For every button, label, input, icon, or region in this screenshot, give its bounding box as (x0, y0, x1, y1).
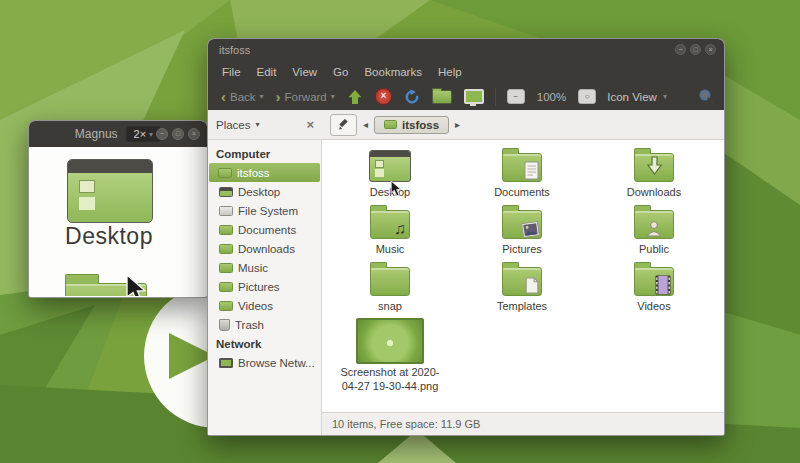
status-bar: 10 items, Free space: 11.9 GB (322, 412, 724, 435)
music-folder-icon: ♫ (370, 210, 410, 239)
close-sidebar-icon[interactable]: × (306, 117, 314, 132)
magnus-title: Magnus (75, 127, 118, 141)
template-icon (525, 277, 539, 294)
folder-icon (384, 120, 397, 129)
menu-edit[interactable]: Edit (249, 66, 285, 78)
menubar: File Edit View Go Bookmarks Help (208, 60, 724, 83)
magnus-zoom-value: 2× (134, 128, 147, 140)
stop-button[interactable]: × (370, 88, 397, 105)
magnus-titlebar[interactable]: Magnus 2× ▾ − □ × (29, 121, 207, 147)
file-item-pictures[interactable]: Pictures (456, 204, 588, 261)
sidebar-item-trash[interactable]: Trash (210, 315, 319, 334)
chevron-left-icon: ‹ (221, 89, 226, 104)
menu-bookmarks[interactable]: Bookmarks (356, 66, 430, 78)
desktop-icon (219, 187, 233, 197)
download-arrow-icon (646, 156, 663, 176)
maximize-button[interactable]: □ (172, 128, 184, 140)
zoom-out-button[interactable]: − (502, 89, 530, 104)
titlebar[interactable]: itsfoss − □ × (208, 39, 724, 60)
view-mode-select[interactable]: Icon View (603, 91, 661, 103)
path-scroll-right-icon[interactable]: ▸ (449, 119, 466, 130)
edit-location-button[interactable] (330, 114, 357, 136)
file-item-downloads[interactable]: Downloads (588, 147, 720, 204)
document-icon (524, 161, 540, 181)
path-button-current[interactable]: itsfoss (374, 116, 449, 134)
file-item-snap[interactable]: snap (324, 261, 456, 318)
sidebar-item-file-system[interactable]: File System (210, 201, 319, 220)
folder-icon (219, 225, 233, 235)
file-item-music[interactable]: ♫ Music (324, 204, 456, 261)
status-text: 10 items, Free space: 11.9 GB (332, 418, 480, 430)
refresh-icon (404, 89, 420, 105)
home-folder-button[interactable] (427, 90, 457, 104)
path-scroll-left-icon[interactable]: ◂ (357, 119, 374, 130)
sidebar-item-documents[interactable]: Documents (210, 220, 319, 239)
sidebar-item-browse-network[interactable]: Browse Netw... (210, 353, 319, 372)
maximize-button[interactable]: □ (690, 44, 701, 55)
zoom-in-button[interactable]: ○ (573, 89, 601, 104)
arrow-up-icon (347, 89, 363, 105)
photo-icon (521, 221, 540, 238)
menu-go[interactable]: Go (325, 66, 356, 78)
folder-icon (219, 301, 233, 311)
folder-icon (218, 168, 232, 178)
computer-button[interactable] (459, 89, 489, 104)
templates-folder-icon (502, 267, 542, 296)
menu-file[interactable]: File (214, 66, 249, 78)
sidebar-item-music[interactable]: Music (210, 258, 319, 277)
zoom-out-icon: − (507, 89, 525, 104)
sidebar-item-downloads[interactable]: Downloads (210, 239, 319, 258)
file-item-desktop[interactable]: Desktop (324, 147, 456, 204)
chevron-down-icon: ▾ (149, 130, 153, 139)
refresh-button[interactable] (399, 89, 425, 105)
file-item-videos[interactable]: Videos (588, 261, 720, 318)
file-item-public[interactable]: Public (588, 204, 720, 261)
file-item-screenshot[interactable]: Screenshot at 2020-04-27 19-30-44.png (324, 318, 456, 402)
minimize-button[interactable]: − (156, 128, 168, 140)
sidebar-item-desktop[interactable]: Desktop (210, 182, 319, 201)
toolbar: ‹ Back ▾ › Forward ▾ × (208, 83, 724, 110)
file-item-documents[interactable]: Documents (456, 147, 588, 204)
folder-icon-magnified (65, 283, 147, 296)
places-header[interactable]: Places ▾ × (208, 117, 322, 132)
close-button[interactable]: × (705, 44, 716, 55)
magnus-window: Magnus 2× ▾ − □ × Desktop (28, 120, 208, 298)
documents-folder-icon (502, 153, 542, 182)
trash-icon (219, 319, 230, 331)
places-sidebar: Computer itsfoss Desktop File System Doc… (208, 140, 322, 435)
file-manager-window: itsfoss − □ × File Edit View Go Bookmark… (207, 38, 725, 436)
menu-help[interactable]: Help (430, 66, 470, 78)
zoom-level[interactable]: 100% (532, 91, 571, 103)
sidebar-item-videos[interactable]: Videos (210, 296, 319, 315)
computer-icon (464, 89, 484, 104)
sidebar-header-network: Network (208, 334, 321, 353)
forward-button[interactable]: › Forward ▾ (271, 89, 340, 104)
sidebar-item-itsfoss[interactable]: itsfoss (209, 163, 320, 182)
toolbar-separator (495, 88, 496, 106)
sidebar-item-pictures[interactable]: Pictures (210, 277, 319, 296)
chevron-down-icon: ▾ (256, 120, 260, 129)
person-icon (646, 220, 662, 237)
minimize-button[interactable]: − (675, 44, 686, 55)
back-button[interactable]: ‹ Back ▾ (216, 89, 269, 104)
pencil-icon (337, 118, 350, 131)
zoom-in-icon: ○ (578, 89, 596, 104)
downloads-folder-icon (634, 153, 674, 182)
menu-view[interactable]: View (284, 66, 325, 78)
up-button[interactable] (342, 89, 368, 105)
pictures-folder-icon (502, 210, 542, 239)
magnified-label: Desktop (29, 223, 189, 250)
forward-label: Forward (285, 91, 327, 103)
chevron-right-icon: › (276, 89, 281, 104)
close-button[interactable]: × (188, 128, 200, 140)
videos-folder-icon (634, 267, 674, 296)
file-item-templates[interactable]: Templates (456, 261, 588, 318)
window-title: itsfoss (219, 44, 675, 56)
film-strip-icon (655, 275, 671, 295)
music-note-icon: ♫ (394, 220, 406, 238)
search-button[interactable] (693, 88, 720, 105)
magnus-magnified-view: Desktop (29, 147, 207, 296)
file-grid: Desktop Documents (322, 140, 724, 412)
chevron-down-icon: ▾ (331, 92, 335, 101)
chevron-down-icon: ▾ (260, 92, 264, 101)
